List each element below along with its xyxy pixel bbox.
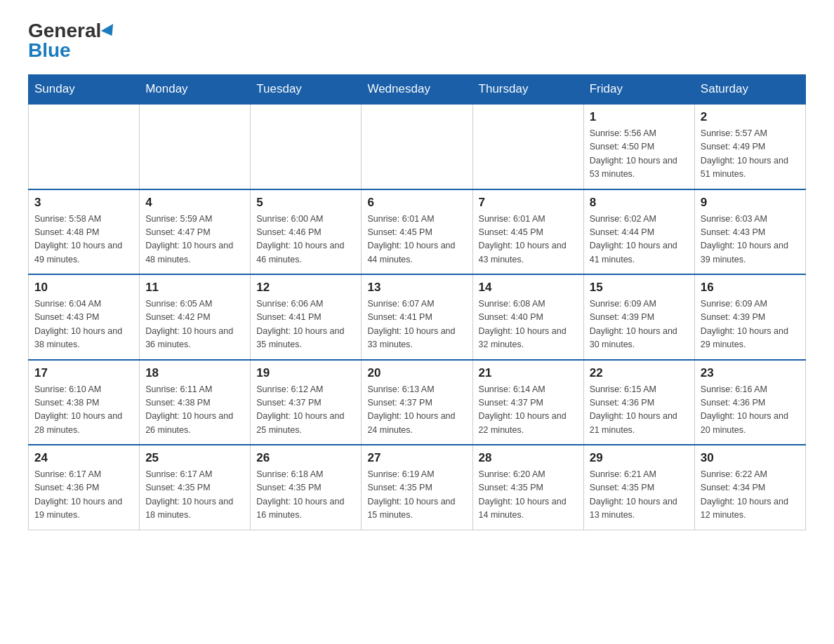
day-number: 29: [590, 451, 689, 465]
sunrise-text: Sunrise: 6:02 AM: [590, 214, 656, 224]
sun-info: Sunrise: 6:18 AM Sunset: 4:35 PM Dayligh…: [256, 468, 355, 523]
calendar-cell: 22 Sunrise: 6:15 AM Sunset: 4:36 PM Dayl…: [583, 360, 694, 445]
calendar-cell: 11 Sunrise: 6:05 AM Sunset: 4:42 PM Dayl…: [140, 274, 251, 360]
calendar-header-row: SundayMondayTuesdayWednesdayThursdayFrid…: [29, 75, 806, 105]
sunrise-text: Sunrise: 6:08 AM: [479, 299, 545, 309]
daylight-text: Daylight: 10 hours and 48 minutes.: [145, 241, 233, 264]
calendar-cell: 26 Sunrise: 6:18 AM Sunset: 4:35 PM Dayl…: [251, 445, 362, 530]
day-number: 6: [367, 196, 466, 210]
sunset-text: Sunset: 4:37 PM: [256, 398, 321, 408]
sunrise-text: Sunrise: 5:56 AM: [590, 128, 656, 138]
day-number: 21: [479, 366, 578, 380]
calendar-cell: 23 Sunrise: 6:16 AM Sunset: 4:36 PM Dayl…: [694, 360, 805, 445]
week-row-1: 1 Sunrise: 5:56 AM Sunset: 4:50 PM Dayli…: [29, 104, 806, 189]
sunrise-text: Sunrise: 6:06 AM: [256, 299, 323, 309]
calendar-cell: 8 Sunrise: 6:02 AM Sunset: 4:44 PM Dayli…: [583, 189, 694, 275]
logo-line1: General: [28, 21, 117, 41]
sunset-text: Sunset: 4:48 PM: [34, 227, 99, 237]
daylight-text: Daylight: 10 hours and 36 minutes.: [145, 326, 233, 349]
logo-triangle-icon: [101, 24, 118, 39]
calendar-cell: 7 Sunrise: 6:01 AM Sunset: 4:45 PM Dayli…: [472, 189, 583, 275]
day-number: 22: [590, 366, 689, 380]
daylight-text: Daylight: 10 hours and 28 minutes.: [34, 411, 122, 434]
sunrise-text: Sunrise: 6:11 AM: [145, 384, 212, 394]
sunrise-text: Sunrise: 5:59 AM: [145, 214, 212, 224]
calendar-cell: 4 Sunrise: 5:59 AM Sunset: 4:47 PM Dayli…: [140, 189, 251, 275]
sun-info: Sunrise: 6:03 AM Sunset: 4:43 PM Dayligh…: [701, 213, 800, 267]
sun-info: Sunrise: 6:17 AM Sunset: 4:35 PM Dayligh…: [145, 468, 244, 523]
sunset-text: Sunset: 4:38 PM: [145, 398, 210, 408]
day-number: 15: [590, 281, 689, 295]
sunrise-text: Sunrise: 6:18 AM: [256, 469, 323, 479]
calendar-cell: 15 Sunrise: 6:09 AM Sunset: 4:39 PM Dayl…: [583, 274, 694, 360]
daylight-text: Daylight: 10 hours and 49 minutes.: [34, 241, 122, 264]
logo: General Blue: [28, 21, 117, 60]
daylight-text: Daylight: 10 hours and 19 minutes.: [34, 497, 122, 520]
sun-info: Sunrise: 6:05 AM Sunset: 4:42 PM Dayligh…: [145, 297, 244, 352]
week-row-4: 17 Sunrise: 6:10 AM Sunset: 4:38 PM Dayl…: [29, 360, 806, 445]
daylight-text: Daylight: 10 hours and 38 minutes.: [34, 326, 122, 349]
day-number: 28: [479, 451, 578, 465]
daylight-text: Daylight: 10 hours and 33 minutes.: [367, 326, 455, 349]
day-header-monday: Monday: [140, 75, 251, 105]
sunset-text: Sunset: 4:44 PM: [590, 227, 654, 237]
sunrise-text: Sunrise: 6:04 AM: [34, 299, 101, 309]
calendar-cell: 2 Sunrise: 5:57 AM Sunset: 4:49 PM Dayli…: [694, 104, 805, 189]
sunrise-text: Sunrise: 6:10 AM: [34, 384, 101, 394]
sun-info: Sunrise: 6:06 AM Sunset: 4:41 PM Dayligh…: [256, 297, 355, 352]
calendar-cell: 14 Sunrise: 6:08 AM Sunset: 4:40 PM Dayl…: [472, 274, 583, 360]
sunset-text: Sunset: 4:47 PM: [145, 227, 210, 237]
daylight-text: Daylight: 10 hours and 41 minutes.: [590, 241, 677, 264]
calendar-cell: 13 Sunrise: 6:07 AM Sunset: 4:41 PM Dayl…: [362, 274, 472, 360]
sun-info: Sunrise: 6:19 AM Sunset: 4:35 PM Dayligh…: [367, 468, 466, 523]
daylight-text: Daylight: 10 hours and 35 minutes.: [256, 326, 344, 349]
sun-info: Sunrise: 6:20 AM Sunset: 4:35 PM Dayligh…: [479, 468, 578, 523]
daylight-text: Daylight: 10 hours and 12 minutes.: [701, 497, 788, 520]
logo-blue-text: Blue: [28, 39, 71, 61]
sunrise-text: Sunrise: 6:19 AM: [367, 469, 434, 479]
sunset-text: Sunset: 4:35 PM: [145, 483, 210, 492]
sunset-text: Sunset: 4:37 PM: [367, 398, 432, 408]
sun-info: Sunrise: 6:17 AM Sunset: 4:36 PM Dayligh…: [34, 468, 133, 523]
day-number: 17: [34, 366, 133, 380]
sun-info: Sunrise: 6:13 AM Sunset: 4:37 PM Dayligh…: [367, 383, 466, 438]
daylight-text: Daylight: 10 hours and 20 minutes.: [701, 411, 788, 434]
sun-info: Sunrise: 6:11 AM Sunset: 4:38 PM Dayligh…: [145, 383, 244, 438]
sunrise-text: Sunrise: 6:17 AM: [34, 469, 101, 479]
sunrise-text: Sunrise: 6:00 AM: [256, 214, 323, 224]
daylight-text: Daylight: 10 hours and 32 minutes.: [479, 326, 567, 349]
sunrise-text: Sunrise: 6:15 AM: [590, 384, 656, 394]
sunrise-text: Sunrise: 6:09 AM: [701, 299, 767, 309]
calendar-cell: 28 Sunrise: 6:20 AM Sunset: 4:35 PM Dayl…: [472, 445, 583, 530]
day-number: 5: [256, 196, 355, 210]
calendar-cell: 27 Sunrise: 6:19 AM Sunset: 4:35 PM Dayl…: [362, 445, 472, 530]
sunset-text: Sunset: 4:34 PM: [701, 483, 765, 492]
week-row-3: 10 Sunrise: 6:04 AM Sunset: 4:43 PM Dayl…: [29, 274, 806, 360]
logo-general-text: General: [28, 20, 101, 41]
daylight-text: Daylight: 10 hours and 22 minutes.: [479, 411, 567, 434]
sun-info: Sunrise: 6:00 AM Sunset: 4:46 PM Dayligh…: [256, 213, 355, 267]
sunset-text: Sunset: 4:35 PM: [479, 483, 543, 492]
sun-info: Sunrise: 6:07 AM Sunset: 4:41 PM Dayligh…: [367, 297, 466, 352]
calendar-cell: [472, 104, 583, 189]
sunset-text: Sunset: 4:42 PM: [145, 312, 210, 322]
daylight-text: Daylight: 10 hours and 44 minutes.: [367, 241, 455, 264]
calendar-cell: 24 Sunrise: 6:17 AM Sunset: 4:36 PM Dayl…: [29, 445, 140, 530]
sun-info: Sunrise: 6:15 AM Sunset: 4:36 PM Dayligh…: [590, 383, 689, 438]
day-number: 25: [145, 451, 244, 465]
day-number: 24: [34, 451, 133, 465]
sunset-text: Sunset: 4:39 PM: [590, 312, 654, 322]
daylight-text: Daylight: 10 hours and 15 minutes.: [367, 497, 455, 520]
sun-info: Sunrise: 6:01 AM Sunset: 4:45 PM Dayligh…: [479, 213, 578, 267]
daylight-text: Daylight: 10 hours and 25 minutes.: [256, 411, 344, 434]
calendar-cell: 25 Sunrise: 6:17 AM Sunset: 4:35 PM Dayl…: [140, 445, 251, 530]
day-number: 11: [145, 281, 244, 295]
day-number: 27: [367, 451, 466, 465]
day-header-tuesday: Tuesday: [251, 75, 362, 105]
calendar-cell: 17 Sunrise: 6:10 AM Sunset: 4:38 PM Dayl…: [29, 360, 140, 445]
sunset-text: Sunset: 4:43 PM: [34, 312, 99, 322]
sun-info: Sunrise: 6:09 AM Sunset: 4:39 PM Dayligh…: [590, 297, 689, 352]
sunset-text: Sunset: 4:41 PM: [367, 312, 432, 322]
sunset-text: Sunset: 4:45 PM: [367, 227, 432, 237]
daylight-text: Daylight: 10 hours and 43 minutes.: [479, 241, 567, 264]
